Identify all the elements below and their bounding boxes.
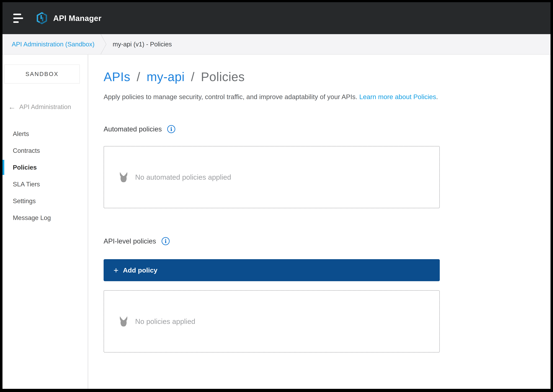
add-policy-button-label: Add policy [123, 266, 157, 274]
info-icon[interactable]: i [161, 237, 170, 245]
sidebar-item-alerts[interactable]: Alerts [2, 125, 88, 142]
back-to-api-administration-link[interactable]: ← API Administration [8, 103, 88, 111]
sidebar-item-contracts[interactable]: Contracts [2, 142, 88, 159]
title-separator: / [137, 70, 140, 84]
plus-icon: + [114, 266, 118, 274]
page-description: Apply policies to manage security, contr… [104, 93, 551, 101]
description-period: . [436, 93, 438, 100]
sidebar-item-settings[interactable]: Settings [2, 193, 88, 209]
svg-text:i: i [165, 238, 166, 244]
description-text: Apply policies to manage security, contr… [104, 93, 357, 100]
sidebar-item-message-log[interactable]: Message Log [2, 209, 88, 226]
breadcrumb-separator-icon [100, 34, 107, 54]
sidebar: SANDBOX ← API Administration Alerts Cont… [2, 55, 88, 389]
environment-switcher-button[interactable]: SANDBOX [4, 64, 80, 84]
svg-text:i: i [170, 126, 172, 132]
mule-head-icon [119, 316, 128, 327]
automated-policies-section-header: Automated policies i [104, 125, 551, 133]
automated-policies-label: Automated policies [104, 125, 162, 133]
breadcrumb-current-page: my-api (v1) - Policies [113, 41, 172, 48]
api-level-policies-section-header: API-level policies i [104, 237, 551, 245]
title-link-apis[interactable]: APIs [104, 70, 130, 84]
title-link-my-api[interactable]: my-api [147, 70, 185, 84]
api-level-policies-label: API-level policies [104, 237, 156, 245]
app-title: API Manager [53, 14, 101, 23]
main-content: APIs / my-api / Policies Apply policies … [88, 55, 551, 389]
sidebar-item-policies[interactable]: Policies [2, 159, 88, 176]
info-icon[interactable]: i [167, 125, 176, 133]
breadcrumb-link-api-administration[interactable]: API Administration (Sandbox) [12, 41, 94, 48]
app-window: API Manager API Administration (Sandbox)… [2, 2, 551, 389]
sidebar-menu: Alerts Contracts Policies SLA Tiers Sett… [2, 125, 88, 226]
sidebar-item-sla-tiers[interactable]: SLA Tiers [2, 176, 88, 193]
page-title: APIs / my-api / Policies [104, 70, 551, 84]
learn-more-link[interactable]: Learn more about Policies [359, 93, 436, 100]
api-level-policies-empty-box: No policies applied [104, 290, 440, 352]
back-link-label: API Administration [19, 103, 71, 111]
back-arrow-icon: ← [8, 103, 16, 111]
automated-policies-empty-message: No automated policies applied [135, 173, 231, 181]
title-separator: / [191, 70, 194, 84]
anypoint-logo-icon [36, 12, 48, 25]
hamburger-menu-icon[interactable] [13, 14, 23, 23]
top-bar: API Manager [2, 2, 551, 34]
add-policy-button[interactable]: + Add policy [104, 259, 440, 281]
api-level-policies-empty-message: No policies applied [135, 317, 195, 326]
mule-head-icon [119, 172, 128, 182]
title-current-policies: Policies [201, 70, 245, 84]
breadcrumb: API Administration (Sandbox) my-api (v1)… [2, 34, 551, 55]
automated-policies-empty-box: No automated policies applied [104, 146, 440, 208]
